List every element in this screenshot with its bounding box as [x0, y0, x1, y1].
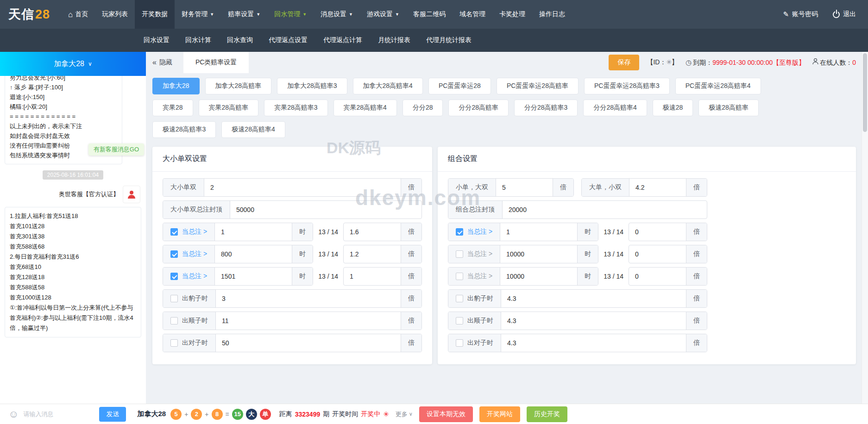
form-row: 当总注 >时13 / 14倍 — [163, 267, 422, 286]
nav-item[interactable]: 开奖数据 — [135, 0, 175, 29]
logo-accent: 28 — [35, 7, 50, 22]
value-input[interactable] — [500, 223, 577, 241]
value-input[interactable] — [204, 179, 401, 196]
subnav-item[interactable]: 代理月统计报表 — [418, 36, 479, 44]
subnav-item[interactable]: 代理返点设置 — [261, 36, 315, 44]
chat-message-input[interactable] — [23, 411, 88, 418]
nav-item[interactable]: 赔率设置▼ — [221, 0, 267, 29]
value-input[interactable] — [216, 290, 401, 307]
nav-item[interactable]: ⌂首页 — [61, 0, 95, 29]
chat-line: 迴途:[小:150] — [10, 92, 117, 102]
value-input[interactable] — [501, 312, 686, 330]
value-input[interactable] — [344, 223, 401, 241]
game-tab[interactable]: 加拿大28 — [152, 78, 200, 94]
smiley-icon[interactable]: ☺ — [8, 409, 19, 419]
value-input[interactable] — [215, 223, 292, 241]
checkbox[interactable] — [170, 250, 178, 258]
game-tab[interactable]: 极速28高赔率4 — [221, 121, 285, 138]
game-tab[interactable]: PC蛋蛋幸运28高赔率4 — [675, 78, 761, 94]
game-tab[interactable]: 极速28高赔率3 — [152, 121, 216, 138]
topnav-menu: ⌂首页玩家列表开奖数据财务管理▼赔率设置▼回水管理▼消息设置▼游戏设置▼客服二维… — [61, 0, 572, 29]
invalidate-issue-button[interactable]: 设置本期无效 — [419, 406, 473, 422]
game-tab[interactable]: 宾果28 — [152, 100, 193, 116]
checkbox[interactable] — [170, 295, 178, 302]
checkbox[interactable] — [170, 339, 178, 347]
game-tab[interactable]: 加拿大28高赔率3 — [277, 78, 347, 94]
send-button[interactable]: 发送 — [99, 407, 126, 422]
value-input[interactable] — [629, 245, 686, 263]
value-input[interactable] — [500, 245, 577, 263]
checkbox[interactable] — [456, 228, 463, 236]
value-input[interactable] — [496, 179, 553, 196]
sidebar-game-selector[interactable]: 加拿大28 ∨ — [0, 52, 146, 76]
threshold-ratio: 13 / 14 — [313, 228, 343, 236]
game-tab[interactable]: 分分28 — [403, 100, 443, 116]
value-input[interactable] — [501, 290, 686, 307]
checkbox[interactable] — [456, 339, 463, 347]
hide-sidebar-button[interactable]: « 隐藏 — [152, 58, 172, 67]
value-input[interactable] — [629, 179, 686, 196]
game-tab[interactable]: 分分28高赔率 — [448, 100, 509, 116]
game-tab[interactable]: 分分28高赔率4 — [583, 100, 647, 116]
game-tab[interactable]: 宾果28高赔率 — [199, 100, 259, 116]
value-input[interactable] — [216, 334, 401, 352]
checkbox[interactable] — [456, 295, 463, 302]
game-tab[interactable]: 宾果28高赔率3 — [264, 100, 327, 116]
input-suffix: 倍 — [401, 268, 421, 285]
value-input[interactable] — [501, 334, 686, 352]
scrollbar-track[interactable] — [862, 52, 868, 424]
game-tab[interactable]: PC蛋蛋幸运28高赔率 — [497, 78, 579, 94]
value-input[interactable] — [500, 268, 577, 285]
value-input[interactable] — [344, 268, 401, 285]
subnav-item[interactable]: 回水设置 — [136, 36, 177, 44]
more-button[interactable]: 更多 ∨ — [396, 410, 413, 418]
subnav-item[interactable]: 回水查询 — [219, 36, 261, 44]
value-input[interactable] — [629, 268, 686, 285]
checkbox[interactable] — [170, 317, 178, 324]
nav-item[interactable]: 卡奖处理 — [492, 0, 532, 29]
subnav-item[interactable]: 代理返点计算 — [315, 36, 370, 44]
checkbox[interactable] — [456, 317, 463, 324]
game-tab[interactable]: PC蛋蛋幸运28高赔率3 — [584, 78, 670, 94]
game-tab[interactable]: 极速28 — [653, 100, 693, 116]
panel-body-0: 大小单双倍大小单双总注封顶当总注 >时13 / 14倍当总注 >时13 / 14… — [152, 172, 432, 362]
value-input[interactable] — [230, 201, 421, 218]
checkbox[interactable] — [456, 273, 463, 280]
subnav-item[interactable]: 月统计报表 — [370, 36, 418, 44]
expiry-label: 到期： — [693, 59, 712, 66]
game-tab[interactable]: 分分28高赔率3 — [514, 100, 578, 116]
account-password-button[interactable]: ✎ 账号密码 — [783, 10, 818, 19]
logout-button[interactable]: 退出 — [833, 10, 856, 19]
chat-line: 首充101送28 — [10, 221, 136, 231]
game-tab[interactable]: 加拿大28高赔率4 — [353, 78, 423, 94]
nav-item[interactable]: 玩家列表 — [95, 0, 135, 29]
nav-item[interactable]: 客服二维码 — [406, 0, 453, 29]
draw-website-button[interactable]: 开奖网站 — [479, 406, 520, 422]
value-input[interactable] — [503, 201, 707, 218]
nav-item[interactable]: 回水管理▼ — [267, 0, 314, 29]
value-input[interactable] — [215, 245, 292, 263]
nav-item[interactable]: 操作日志 — [532, 0, 572, 29]
checkbox[interactable] — [456, 250, 463, 258]
save-button[interactable]: 保存 — [609, 55, 639, 70]
value-input[interactable] — [215, 268, 292, 285]
game-tab[interactable]: 宾果28高赔率4 — [333, 100, 397, 116]
nav-item[interactable]: 域名管理 — [453, 0, 492, 29]
subnav-item[interactable]: 回水计算 — [177, 36, 219, 44]
scrollbar-thumb[interactable] — [863, 53, 867, 132]
value-input[interactable] — [216, 312, 401, 330]
chat-area: 努力总会发光:[小:60]↑ 落彡 幕:[对子:100]迴途:[小:150]橘猫… — [0, 76, 146, 404]
game-tab[interactable]: 极速28高赔率 — [698, 100, 759, 116]
checkbox[interactable] — [170, 273, 178, 280]
value-input[interactable] — [344, 245, 401, 263]
new-message-toast[interactable]: 有新客服消息GO — [88, 143, 144, 156]
checkbox[interactable] — [170, 228, 178, 236]
draw-history-button[interactable]: 历史开奖 — [527, 406, 567, 422]
game-tab[interactable]: 加拿大28高赔率 — [205, 78, 272, 94]
game-tab[interactable]: PC蛋蛋幸运28 — [428, 78, 491, 94]
page-tab-odds-settings[interactable]: PC类赔率设置 — [183, 52, 249, 73]
nav-item[interactable]: 消息设置▼ — [314, 0, 360, 29]
nav-item[interactable]: 游戏设置▼ — [360, 0, 406, 29]
nav-item[interactable]: 财务管理▼ — [175, 0, 221, 29]
value-input[interactable] — [629, 223, 686, 241]
